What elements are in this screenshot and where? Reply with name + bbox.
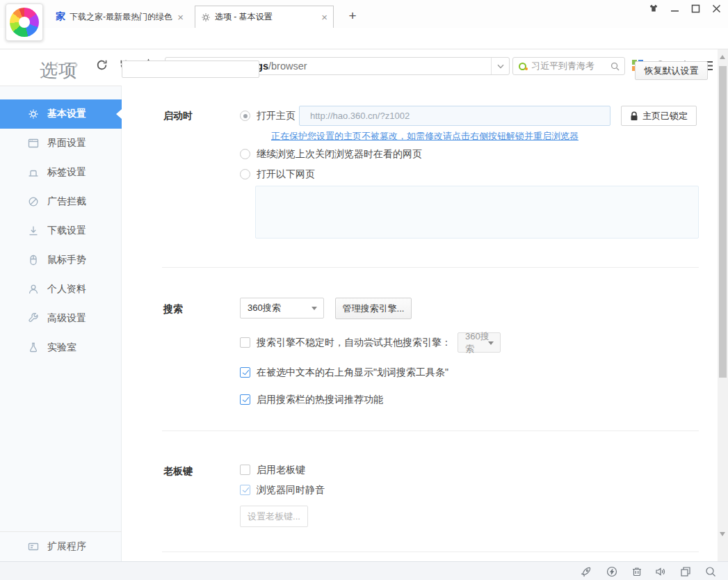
mute-browser-checkbox[interactable] <box>240 485 250 495</box>
browser-logo-button[interactable] <box>6 3 43 41</box>
radio-label: 打开以下网页 <box>257 168 315 181</box>
section-divider <box>162 551 699 552</box>
window-icon <box>28 138 39 149</box>
close-tab-icon[interactable]: × <box>321 12 327 22</box>
startup-pages-list-box[interactable] <box>255 186 699 239</box>
homepage-url-input[interactable] <box>299 106 610 126</box>
checkbox-label: 启用搜索栏的热搜词推荐功能 <box>257 394 383 406</box>
tab-settings[interactable]: 选项 - 基本设置 × <box>195 6 334 28</box>
enable-bosskey-checkbox[interactable] <box>240 465 250 475</box>
zoom-magnifier-icon[interactable] <box>704 565 717 578</box>
search-suggestion-text: 习近平到青海考 <box>531 60 610 72</box>
sidebar-item-label: 下载设置 <box>47 225 86 237</box>
close-icon[interactable] <box>712 4 721 13</box>
window-controls <box>649 4 721 13</box>
search-engine-select[interactable]: 360搜索 <box>240 298 324 319</box>
mouse-icon <box>28 255 39 266</box>
section-divider <box>162 430 699 431</box>
tab-downloads-home[interactable]: 家 下载之家-最新最热门的绿色 × <box>50 6 189 28</box>
settings-sidebar: 基本设置 界面设置 标签设置 广告拦截 下载设置 <box>0 86 122 561</box>
maximize-icon[interactable] <box>691 4 700 13</box>
section-label-bosskey: 老板键 <box>163 465 193 478</box>
extensions-card-icon <box>28 541 39 552</box>
toolbar-search-box[interactable]: 习近平到青海考 <box>512 57 625 75</box>
speaker-icon[interactable] <box>654 565 667 578</box>
boost-rocket-icon[interactable] <box>580 565 592 578</box>
settings-search-input[interactable] <box>122 61 259 78</box>
continue-last-radio[interactable] <box>240 149 250 159</box>
scrollbar-thumb[interactable] <box>719 66 727 378</box>
sidebar-item-tab-settings[interactable]: 标签设置 <box>0 158 122 187</box>
sidebar-item-label: 标签设置 <box>47 166 86 179</box>
sidebar-item-interface-settings[interactable]: 界面设置 <box>0 129 122 158</box>
flask-icon <box>28 342 39 353</box>
page-title: 选项 <box>40 58 77 83</box>
selection-search-toolbar-checkbox[interactable] <box>240 367 250 378</box>
sidebar-item-label: 个人资料 <box>47 283 86 296</box>
radio-label: 继续浏览上次关闭浏览器时在看的网页 <box>257 148 422 161</box>
browser-window: 家 下载之家-最新最热门的绿色 × 选项 - 基本设置 × + <box>0 0 728 580</box>
checkbox-row-hotword: 启用搜索栏的热搜词推荐功能 <box>240 394 383 405</box>
open-pages-radio[interactable] <box>240 169 250 179</box>
checkbox-label: 在被选中文本的右上角显示"划词搜索工具条" <box>257 366 448 379</box>
download-icon <box>28 225 39 236</box>
wrench-icon <box>28 313 39 324</box>
fallback-engine-checkbox[interactable] <box>240 337 250 348</box>
tab-favicon-char: 家 <box>56 10 65 23</box>
manage-search-engines-button[interactable]: 管理搜索引擎... <box>335 298 412 319</box>
checkbox-row-mute-browser: 浏览器同时静音 <box>240 485 325 495</box>
tab-title: 下载之家-最新最热门的绿色 <box>70 11 173 23</box>
selected-engine-label: 360搜索 <box>248 302 281 314</box>
360-search-logo-icon <box>519 63 526 70</box>
minimize-icon[interactable] <box>670 4 679 13</box>
block-icon <box>28 196 39 207</box>
sidebar-item-label: 高级设置 <box>47 312 86 325</box>
homepage-locked-button[interactable]: 主页已锁定 <box>621 106 697 126</box>
radio-row-continue-last: 继续浏览上次关闭浏览器时在看的网页 <box>240 149 422 159</box>
sidebar-item-profile[interactable]: 个人资料 <box>0 275 122 304</box>
radio-label: 打开主页 <box>257 110 296 122</box>
checkbox-label: 启用老板键 <box>257 464 305 476</box>
chevron-down-icon <box>312 307 317 310</box>
hotword-suggestion-checkbox[interactable] <box>240 394 250 405</box>
new-tab-button[interactable]: + <box>345 8 360 24</box>
restore-defaults-button[interactable]: 恢复默认设置 <box>635 61 708 80</box>
url-dropdown-chevron-icon[interactable] <box>491 58 509 74</box>
windows-overlap-icon[interactable] <box>679 565 692 578</box>
trash-icon[interactable] <box>631 565 643 578</box>
open-homepage-radio[interactable] <box>240 111 250 121</box>
sidebar-item-labs[interactable]: 实验室 <box>0 333 122 362</box>
chevron-down-icon <box>488 341 494 345</box>
checkbox-label: 搜索引擎不稳定时，自动尝试其他搜索引擎： <box>257 337 451 349</box>
checkbox-row-selection-toolbar: 在被选中文本的右上角显示"划词搜索工具条" <box>240 367 448 378</box>
sidebar-item-advanced-settings[interactable]: 高级设置 <box>0 304 122 333</box>
status-bar <box>0 561 728 580</box>
sidebar-item-basic-settings[interactable]: 基本设置 <box>0 99 122 129</box>
sidebar-item-ad-block[interactable]: 广告拦截 <box>0 187 122 216</box>
sidebar-item-label: 鼠标手势 <box>47 254 86 266</box>
set-bosskey-button[interactable]: 设置老板键... <box>240 506 308 527</box>
scroll-up-arrow[interactable] <box>720 55 725 59</box>
sidebar-item-label: 界面设置 <box>47 137 86 150</box>
gear-icon <box>201 13 211 22</box>
close-tab-icon[interactable]: × <box>177 12 184 22</box>
sidebar-item-download-settings[interactable]: 下载设置 <box>0 216 122 245</box>
radio-row-open-homepage: 打开主页 <box>240 106 296 126</box>
skin-icon[interactable] <box>649 4 658 13</box>
sidebar-item-extensions[interactable]: 扩展程序 <box>0 531 122 561</box>
search-magnifier-icon[interactable] <box>610 62 620 71</box>
person-icon <box>28 284 39 295</box>
sidebar-item-label: 基本设置 <box>47 108 86 120</box>
speed-gauge-icon[interactable] <box>606 565 618 578</box>
checkbox-label: 浏览器同时静音 <box>257 484 325 497</box>
sidebar-item-label: 广告拦截 <box>47 195 86 208</box>
fallback-engine-select[interactable]: 360搜索 <box>458 332 501 353</box>
scroll-down-arrow[interactable] <box>720 532 725 536</box>
lock-icon <box>630 111 638 121</box>
sidebar-item-mouse-gestures[interactable]: 鼠标手势 <box>0 245 122 275</box>
tab-icon <box>28 167 39 178</box>
vertical-scrollbar[interactable] <box>718 49 728 561</box>
refresh-icon[interactable] <box>95 58 108 72</box>
title-bar: 家 下载之家-最新最热门的绿色 × 选项 - 基本设置 × + <box>0 0 728 28</box>
section-label-search: 搜索 <box>163 303 183 316</box>
